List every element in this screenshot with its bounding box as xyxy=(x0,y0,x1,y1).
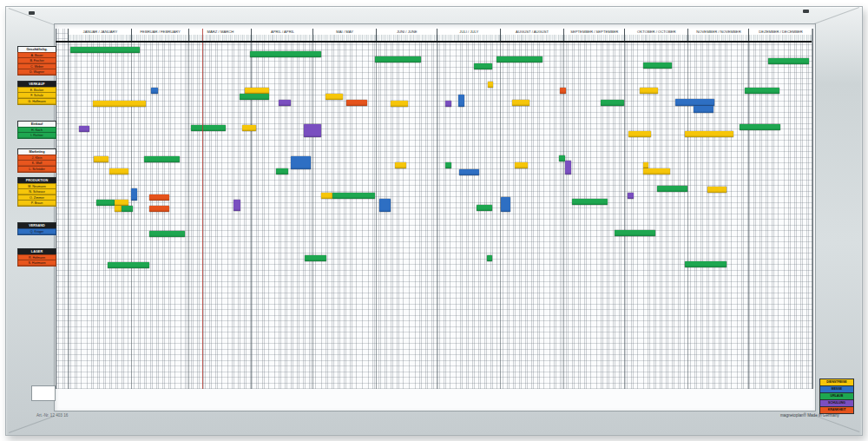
month-separator-line xyxy=(376,29,377,389)
magnet-strip[interactable] xyxy=(115,200,128,206)
magnet-strip[interactable] xyxy=(321,193,332,199)
magnet-strip[interactable] xyxy=(707,187,727,193)
magnet-strip[interactable] xyxy=(279,100,291,106)
magnet-strip[interactable] xyxy=(474,63,492,69)
day-number-strip xyxy=(563,35,625,41)
magnet-strip[interactable] xyxy=(694,106,713,113)
magnet-strip[interactable] xyxy=(96,200,115,206)
person-label-magnet[interactable]: S. Hartmann xyxy=(17,260,56,267)
magnet-strip[interactable] xyxy=(675,99,714,106)
magnet-strip[interactable] xyxy=(191,125,226,131)
month-separator-line xyxy=(68,29,69,389)
magnet-strip[interactable] xyxy=(615,230,655,236)
frame-corner-cap xyxy=(29,11,35,15)
magnet-strip[interactable] xyxy=(496,56,542,63)
month-header: AUGUST / AUGUST xyxy=(500,29,564,35)
magnet-strip[interactable] xyxy=(144,156,180,162)
day-number-strip xyxy=(131,35,189,41)
header-divider-line xyxy=(56,41,812,43)
magnet-strip[interactable] xyxy=(628,193,634,199)
month-header: JUNI / JUNE xyxy=(376,29,437,35)
magnet-strip[interactable] xyxy=(149,206,169,212)
magnet-strip[interactable] xyxy=(488,82,493,88)
magnet-strip[interactable] xyxy=(108,262,149,268)
day-number-strip xyxy=(376,35,437,41)
magnet-strip[interactable] xyxy=(149,194,169,201)
month-header: OKTOBER / OCTOBER xyxy=(624,29,688,35)
date-marker-line[interactable] xyxy=(202,29,203,389)
magnet-strip[interactable] xyxy=(458,95,464,107)
magnet-strip[interactable] xyxy=(276,168,288,174)
magnet-strip[interactable] xyxy=(70,47,140,53)
magnet-strip[interactable] xyxy=(346,100,367,106)
day-number-strip xyxy=(251,35,312,41)
magnet-strip[interactable] xyxy=(768,58,809,64)
person-label-magnet[interactable]: P. Braun xyxy=(17,200,56,207)
person-label-magnet[interactable]: I. Richter xyxy=(17,132,56,139)
magnet-strip[interactable] xyxy=(79,126,89,132)
magnet-strip[interactable] xyxy=(245,88,269,94)
day-number-strip xyxy=(312,35,377,41)
magnet-strip[interactable] xyxy=(601,100,624,106)
magnet-strip[interactable] xyxy=(559,155,565,161)
magnet-strip[interactable] xyxy=(332,193,375,199)
magnet-strip[interactable] xyxy=(304,124,321,137)
magnet-strip[interactable] xyxy=(115,206,122,212)
magnet-strip[interactable] xyxy=(560,88,566,94)
magnet-strip[interactable] xyxy=(745,88,779,94)
magnet-strip[interactable] xyxy=(640,88,658,94)
magnet-strip[interactable] xyxy=(459,169,479,175)
month-separator-line xyxy=(251,29,252,389)
magnet-strip[interactable] xyxy=(685,131,733,137)
magnet-strip[interactable] xyxy=(501,197,510,212)
magnet-strip[interactable] xyxy=(326,94,343,100)
month-separator-line xyxy=(312,29,313,389)
magnet-strip[interactable] xyxy=(151,88,158,94)
magnet-strip[interactable] xyxy=(477,205,492,211)
person-label-magnet[interactable]: Q. Krüger xyxy=(17,228,56,235)
magnet-strip[interactable] xyxy=(391,101,408,107)
magnet-strip[interactable] xyxy=(93,101,146,107)
month-header: FEBRUAR / FEBRUARY xyxy=(131,29,189,35)
magnet-strip[interactable] xyxy=(572,199,608,205)
month-header: DEZEMBER / DECEMBER xyxy=(748,29,812,35)
magnet-strip[interactable] xyxy=(149,231,185,237)
brand-made-in-germany: magnetoplan® Made in Germany xyxy=(780,413,839,418)
magnet-strip[interactable] xyxy=(131,188,137,201)
magnet-strip[interactable] xyxy=(565,161,571,174)
magnet-strip[interactable] xyxy=(240,94,269,100)
magnet-strip[interactable] xyxy=(250,51,321,57)
person-label-magnet[interactable]: D. Wagner xyxy=(17,69,56,76)
magnet-strip[interactable] xyxy=(291,156,311,169)
magnet-strip[interactable] xyxy=(512,100,529,106)
blank-label-card[interactable] xyxy=(31,385,56,401)
day-number-strip xyxy=(624,35,688,41)
magnet-strip[interactable] xyxy=(657,186,687,192)
magnet-strip[interactable] xyxy=(515,162,528,168)
magnet-strip[interactable] xyxy=(643,168,670,174)
magnet-strip[interactable] xyxy=(445,162,451,168)
month-separator-line xyxy=(188,29,189,389)
month-separator-line xyxy=(437,29,437,389)
magnet-strip[interactable] xyxy=(643,63,672,69)
month-separator-line xyxy=(748,29,749,389)
magnet-strip[interactable] xyxy=(487,255,492,261)
magnet-strip[interactable] xyxy=(94,156,108,162)
magnet-strip[interactable] xyxy=(395,162,406,168)
magnet-strip[interactable] xyxy=(375,56,421,63)
magnet-strip[interactable] xyxy=(740,124,780,130)
magnet-strip[interactable] xyxy=(305,255,326,261)
year-planner-board-photo: JANUAR / JANUARYFEBRUAR / FEBRUARYMÄRZ /… xyxy=(0,0,868,441)
magnet-strip[interactable] xyxy=(685,261,727,267)
magnet-strip[interactable] xyxy=(445,101,451,107)
magnet-strip[interactable] xyxy=(379,199,391,212)
magnet-strip[interactable] xyxy=(109,168,128,174)
magnet-strip[interactable] xyxy=(628,131,651,137)
magnet-strip[interactable] xyxy=(643,162,648,168)
person-label-magnet[interactable]: G. Hoffmann xyxy=(17,98,56,105)
magnet-strip[interactable] xyxy=(233,200,240,211)
day-number-strip xyxy=(68,35,132,41)
person-label-magnet[interactable]: L. Schröder xyxy=(17,166,56,173)
magnet-strip[interactable] xyxy=(242,125,256,131)
magnet-strip[interactable] xyxy=(122,206,133,212)
